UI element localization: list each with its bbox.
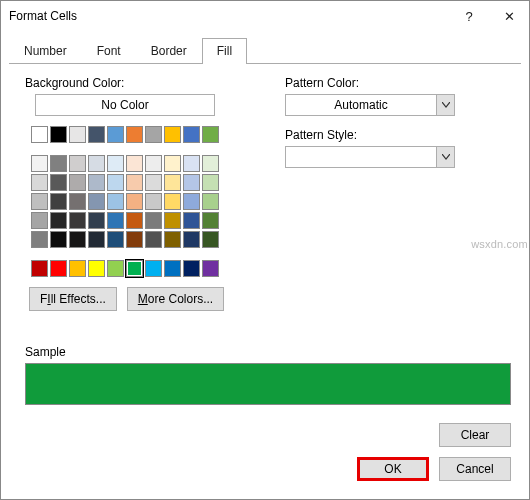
color-swatch[interactable] <box>202 155 219 172</box>
no-color-button[interactable]: No Color <box>35 94 215 116</box>
color-swatch[interactable] <box>107 155 124 172</box>
color-swatch[interactable] <box>107 193 124 210</box>
color-swatch[interactable] <box>145 212 162 229</box>
color-swatch[interactable] <box>145 126 162 143</box>
color-swatch[interactable] <box>126 260 143 277</box>
color-swatch[interactable] <box>107 231 124 248</box>
color-swatch[interactable] <box>88 193 105 210</box>
sample-preview <box>25 363 511 405</box>
tab-number[interactable]: Number <box>9 38 82 64</box>
cancel-button[interactable]: Cancel <box>439 457 511 481</box>
color-swatch[interactable] <box>183 260 200 277</box>
pattern-style-dropdown[interactable] <box>285 146 455 168</box>
background-color-label: Background Color: <box>25 76 255 90</box>
color-swatch[interactable] <box>69 260 86 277</box>
color-swatch[interactable] <box>202 231 219 248</box>
tab-fill[interactable]: Fill <box>202 38 247 64</box>
color-swatch[interactable] <box>183 193 200 210</box>
tab-font[interactable]: Font <box>82 38 136 64</box>
color-swatch[interactable] <box>126 212 143 229</box>
color-swatch[interactable] <box>126 174 143 191</box>
color-swatch[interactable] <box>50 212 67 229</box>
titlebar: Format Cells ? ✕ <box>1 1 529 31</box>
pattern-color-value: Automatic <box>286 95 436 115</box>
color-swatch[interactable] <box>183 155 200 172</box>
color-swatch[interactable] <box>31 212 48 229</box>
pattern-style-value <box>286 147 436 167</box>
color-swatch[interactable] <box>164 193 181 210</box>
color-swatch[interactable] <box>202 260 219 277</box>
ok-button[interactable]: OK <box>357 457 429 481</box>
color-swatch[interactable] <box>202 193 219 210</box>
color-swatch[interactable] <box>50 174 67 191</box>
standard-color-row <box>31 260 255 277</box>
chevron-down-icon <box>436 147 454 167</box>
color-swatch[interactable] <box>164 174 181 191</box>
color-swatch[interactable] <box>126 231 143 248</box>
color-swatch[interactable] <box>126 126 143 143</box>
color-swatch[interactable] <box>107 212 124 229</box>
color-swatch[interactable] <box>202 212 219 229</box>
pattern-style-label: Pattern Style: <box>285 128 511 142</box>
color-swatch[interactable] <box>69 193 86 210</box>
watermark: wsxdn.com <box>471 238 528 250</box>
pattern-color-dropdown[interactable]: Automatic <box>285 94 455 116</box>
color-swatch[interactable] <box>88 212 105 229</box>
color-swatch[interactable] <box>50 260 67 277</box>
tab-border[interactable]: Border <box>136 38 202 64</box>
color-swatch[interactable] <box>107 174 124 191</box>
color-swatch[interactable] <box>50 126 67 143</box>
color-swatch[interactable] <box>145 174 162 191</box>
color-swatch[interactable] <box>164 126 181 143</box>
color-swatch[interactable] <box>202 126 219 143</box>
color-swatch[interactable] <box>88 174 105 191</box>
color-swatch[interactable] <box>50 193 67 210</box>
color-swatch[interactable] <box>145 231 162 248</box>
sample-label: Sample <box>25 345 511 359</box>
color-swatch[interactable] <box>107 260 124 277</box>
clear-button[interactable]: Clear <box>439 423 511 447</box>
color-swatch[interactable] <box>31 231 48 248</box>
color-swatch[interactable] <box>31 174 48 191</box>
color-swatch[interactable] <box>69 155 86 172</box>
color-swatch[interactable] <box>107 126 124 143</box>
color-swatch[interactable] <box>69 126 86 143</box>
color-swatch[interactable] <box>183 174 200 191</box>
color-swatch[interactable] <box>88 231 105 248</box>
color-swatch[interactable] <box>126 155 143 172</box>
color-swatch[interactable] <box>164 155 181 172</box>
chevron-down-icon <box>436 95 454 115</box>
color-swatch[interactable] <box>88 155 105 172</box>
color-swatch[interactable] <box>145 155 162 172</box>
color-swatch[interactable] <box>31 260 48 277</box>
color-swatch[interactable] <box>69 212 86 229</box>
color-swatch[interactable] <box>145 193 162 210</box>
theme-color-row <box>31 126 255 143</box>
color-swatch[interactable] <box>183 126 200 143</box>
pattern-color-label: Pattern Color: <box>285 76 511 90</box>
dialog-title: Format Cells <box>9 9 449 23</box>
color-swatch[interactable] <box>50 155 67 172</box>
color-swatch[interactable] <box>164 212 181 229</box>
color-swatch[interactable] <box>126 193 143 210</box>
color-swatch[interactable] <box>164 260 181 277</box>
color-swatch[interactable] <box>31 193 48 210</box>
help-button[interactable]: ? <box>449 1 489 31</box>
color-swatch[interactable] <box>202 174 219 191</box>
color-swatch[interactable] <box>88 126 105 143</box>
color-swatch[interactable] <box>50 231 67 248</box>
close-button[interactable]: ✕ <box>489 1 529 31</box>
theme-color-grid <box>31 155 255 248</box>
color-swatch[interactable] <box>31 155 48 172</box>
color-swatch[interactable] <box>183 212 200 229</box>
format-cells-dialog: Format Cells ? ✕ Number Font Border Fill… <box>0 0 530 500</box>
color-swatch[interactable] <box>88 260 105 277</box>
more-colors-button[interactable]: More Colors... <box>127 287 224 311</box>
color-swatch[interactable] <box>31 126 48 143</box>
color-swatch[interactable] <box>69 231 86 248</box>
color-swatch[interactable] <box>69 174 86 191</box>
color-swatch[interactable] <box>164 231 181 248</box>
fill-effects-button[interactable]: FIll Effects... <box>29 287 117 311</box>
color-swatch[interactable] <box>145 260 162 277</box>
color-swatch[interactable] <box>183 231 200 248</box>
